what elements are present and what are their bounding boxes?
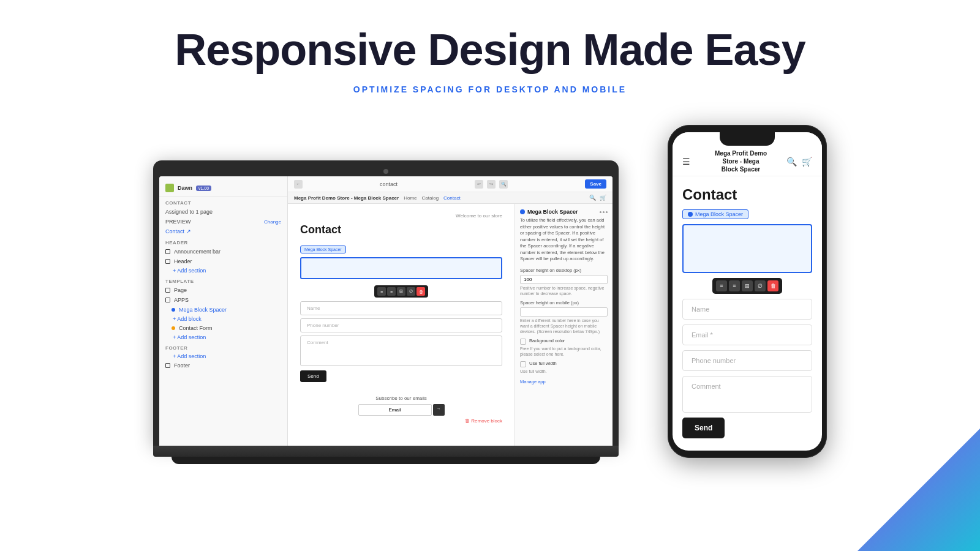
preview-nav-bar: Mega Profit Demo Store - Mega Block Spac… <box>288 192 612 204</box>
phone-mega-badge: Mega Block Spacer <box>682 209 748 219</box>
comment-field[interactable]: Comment <box>300 335 502 366</box>
toolbar-grid[interactable]: ⊞ <box>397 287 405 296</box>
bg-hint: Free If you want to put a background col… <box>520 346 608 357</box>
phone-contact-title: Contact <box>673 176 822 208</box>
manage-app-link[interactable]: Manage app <box>520 379 608 384</box>
phone-nav-icons: 🔍 🛒 <box>786 157 812 167</box>
devices-area: Dawn v1.00 CONTACT Assigned to 1 page PR… <box>0 107 980 464</box>
full-width-label: Use full width <box>529 361 557 367</box>
phone-phone-field[interactable]: Phone number <box>682 350 812 371</box>
bg-color-row: Background color <box>520 338 608 345</box>
hamburger-icon[interactable]: ☰ <box>682 157 690 167</box>
phone-email-field[interactable]: Email * <box>682 324 812 345</box>
cart-preview-icon[interactable]: 🛒 <box>600 195 606 201</box>
nav-contact[interactable]: Contact <box>443 195 461 201</box>
sidebar-announcement[interactable]: Announcement bar <box>159 247 287 257</box>
panel-more-dots[interactable] <box>600 211 608 213</box>
sidebar-header[interactable]: Header <box>159 257 287 266</box>
full-width-checkbox[interactable] <box>520 361 526 367</box>
version-badge: v1.00 <box>196 186 211 191</box>
phone-send-button[interactable]: Send <box>682 418 725 438</box>
sidebar-footer[interactable]: Footer <box>159 361 287 370</box>
send-button[interactable]: Send <box>300 370 326 382</box>
nav-home[interactable]: Home <box>404 195 417 201</box>
bg-color-label: Background color <box>529 338 565 344</box>
phone-toolbar-align1[interactable]: ≡ <box>716 280 727 291</box>
sidebar-store: Dawn <box>178 185 192 191</box>
panel-dot-icon <box>520 209 525 214</box>
toolbar-delete[interactable]: 🗑 <box>417 287 425 296</box>
name-field[interactable]: Name <box>300 301 502 315</box>
laptop-camera-bar <box>159 167 612 176</box>
nav-catalog[interactable]: Catalog <box>422 195 439 201</box>
footer-icon <box>165 363 170 368</box>
spacer-block[interactable] <box>300 257 502 279</box>
sidebar-mega-spacer[interactable]: Mega Block Spacer <box>159 305 287 315</box>
main-title: Responsive Design Made Easy <box>0 24 980 75</box>
sidebar-add-footer-section[interactable]: + Add section <box>159 352 287 361</box>
subtitle: OPTIMIZE SPACING FOR DESKTOP AND MOBILE <box>0 84 980 94</box>
apps-icon <box>165 298 170 302</box>
toolbar-align-left[interactable]: ≡ <box>377 287 386 296</box>
laptop-screen: Dawn v1.00 CONTACT Assigned to 1 page PR… <box>159 176 612 446</box>
search-topbar-icon[interactable]: 🔍 <box>499 180 508 189</box>
phone-toolbar-delete[interactable]: 🗑 <box>767 280 778 291</box>
phone-cart-icon[interactable]: 🛒 <box>802 157 812 167</box>
sidebar-page[interactable]: Page <box>159 285 287 295</box>
page-title-topbar: contact <box>380 181 398 187</box>
sidebar-add-template-section[interactable]: + Add section <box>159 333 287 342</box>
sidebar-section-template: TEMPLATE <box>159 275 287 285</box>
floating-toolbar: ≡ ≡ ⊞ ∅ 🗑 <box>374 285 428 298</box>
contact-form-dot <box>172 326 175 330</box>
editor-sidebar: Dawn v1.00 CONTACT Assigned to 1 page PR… <box>159 176 288 446</box>
deco-triangle <box>858 429 980 551</box>
phone-spacer-block[interactable] <box>682 224 812 273</box>
phone-toolbar-align2[interactable]: ≡ <box>729 280 740 291</box>
sidebar-add-header-section[interactable]: + Add section <box>159 266 287 275</box>
redo-icon[interactable]: ↪ <box>487 180 496 189</box>
bg-color-checkbox[interactable] <box>520 339 526 345</box>
phone-store-title: Mega Profit DemoStore - MegaBlock Spacer <box>695 149 786 173</box>
preview-icons: 🔍 🛒 <box>589 195 606 201</box>
page-header: Responsive Design Made Easy OPTIMIZE SPA… <box>0 0 980 107</box>
sidebar-add-block[interactable]: + Add block <box>159 315 287 323</box>
toolbar-null[interactable]: ∅ <box>407 287 415 296</box>
full-width-row: Use full width <box>520 361 608 367</box>
phone-notch <box>720 132 775 146</box>
remove-block-button[interactable]: 🗑 Remove block <box>300 416 502 426</box>
email-input[interactable]: Email <box>358 404 432 416</box>
desktop-label: Spacer height on desktop (px) <box>520 268 608 273</box>
phone-outer: ☰ Mega Profit DemoStore - MegaBlock Spac… <box>668 125 827 458</box>
undo-icon[interactable]: ↩ <box>475 180 483 189</box>
sidebar-contact-link[interactable]: Contact ↗ <box>159 227 287 236</box>
back-icon[interactable]: ← <box>294 180 303 189</box>
sidebar-apps-section[interactable]: APPS <box>159 295 287 305</box>
email-input-row: Email → <box>300 404 502 416</box>
shopify-logo <box>165 184 174 192</box>
phone-screen: ☰ Mega Profit DemoStore - MegaBlock Spac… <box>673 132 822 451</box>
phone-comment-field[interactable]: Comment <box>682 376 812 413</box>
toolbar-align-center[interactable]: ≡ <box>387 287 396 296</box>
mobile-height-input[interactable] <box>520 307 608 317</box>
full-width-desc: Use full width. <box>520 369 608 374</box>
mobile-label: Spacer height on mobile (px) <box>520 300 608 305</box>
laptop-screen-outer: Dawn v1.00 CONTACT Assigned to 1 page PR… <box>153 160 619 446</box>
editor-content: Welcome to our store Contact Mega Block … <box>288 204 612 446</box>
subscribe-btn[interactable]: → <box>433 404 445 416</box>
save-button[interactable]: Save <box>585 179 606 189</box>
sidebar-preview[interactable]: PREVIEW Change <box>159 217 287 227</box>
panel-description: To utilize the field effectively, you ca… <box>520 217 608 263</box>
page-icon <box>165 288 170 293</box>
phone-name-field[interactable]: Name <box>682 299 812 320</box>
preview-store-name: Mega Profit Demo Store - Mega Block Spac… <box>294 195 399 201</box>
sidebar-section-header: HEADER <box>159 236 287 247</box>
sidebar-contact-form[interactable]: Contact Form <box>159 323 287 333</box>
search-preview-icon[interactable]: 🔍 <box>589 195 596 201</box>
desktop-height-input[interactable] <box>520 275 608 284</box>
phone-field[interactable]: Phone number <box>300 318 502 332</box>
phone-toolbar-null[interactable]: ∅ <box>755 280 766 291</box>
panel-title: Mega Block Spacer <box>520 209 608 215</box>
phone-toolbar-grid[interactable]: ⊞ <box>742 280 753 291</box>
desktop-hint: Positive number to increase space, negat… <box>520 285 608 296</box>
phone-search-icon[interactable]: 🔍 <box>786 157 797 167</box>
